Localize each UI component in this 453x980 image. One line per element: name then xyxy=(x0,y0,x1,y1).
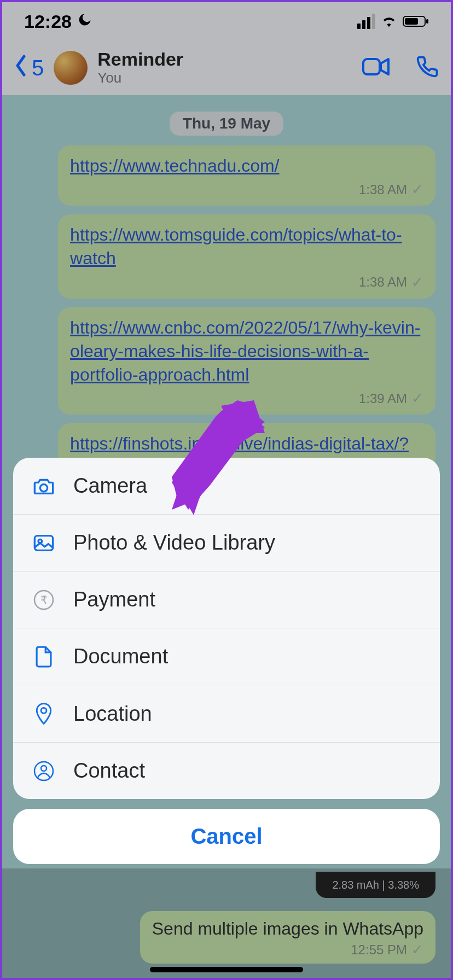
camera-icon xyxy=(32,477,56,495)
svg-point-12 xyxy=(41,766,47,771)
row-label: Document xyxy=(73,645,168,668)
svg-point-5 xyxy=(40,484,47,491)
row-label: Contact xyxy=(73,759,145,783)
svg-point-10 xyxy=(41,708,47,713)
modal-backdrop-lower xyxy=(2,868,451,978)
attachment-contact[interactable]: Contact xyxy=(13,742,440,799)
rupee-icon: ₹ xyxy=(32,589,56,611)
document-icon xyxy=(32,645,56,668)
home-indicator xyxy=(150,967,303,972)
svg-text:₹: ₹ xyxy=(40,594,48,606)
row-label: Photo & Video Library xyxy=(73,531,275,555)
attachment-location[interactable]: Location xyxy=(13,685,440,742)
attachment-camera[interactable]: Camera xyxy=(13,458,440,514)
attachment-payment[interactable]: ₹ Payment xyxy=(13,571,440,628)
attachment-document[interactable]: Document xyxy=(13,628,440,685)
chat-area-lower: 2.83 mAh | 3.38% Send multiple images in… xyxy=(2,868,451,978)
attachment-photo-video[interactable]: Photo & Video Library xyxy=(13,514,440,571)
row-label: Location xyxy=(73,702,152,726)
row-label: Payment xyxy=(73,588,155,611)
photo-library-icon xyxy=(32,534,56,552)
attachment-action-sheet: Camera Photo & Video Library ₹ Payment D… xyxy=(13,458,440,864)
cancel-button[interactable]: Cancel xyxy=(13,809,440,864)
svg-rect-6 xyxy=(34,535,53,550)
contact-icon xyxy=(32,760,56,782)
row-label: Camera xyxy=(73,474,147,498)
location-pin-icon xyxy=(32,702,56,726)
cancel-label: Cancel xyxy=(190,824,262,848)
